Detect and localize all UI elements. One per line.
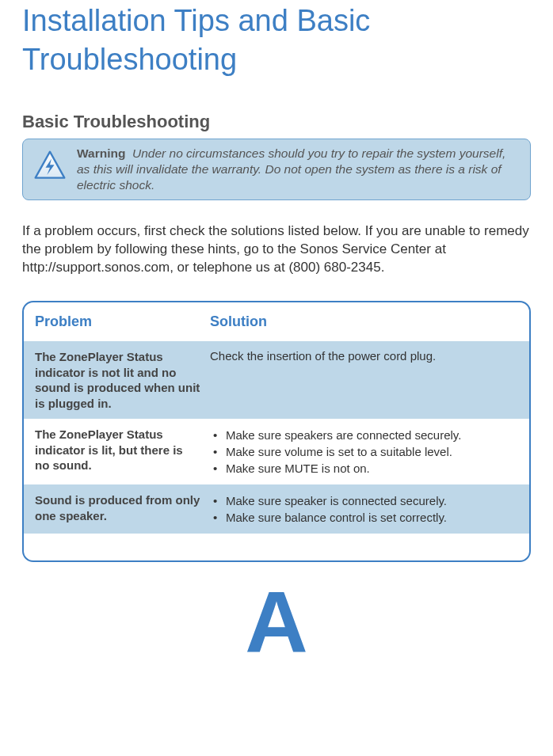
warning-body: Under no circumstances should you try to… [77, 146, 505, 192]
section-heading: Basic Troubleshooting [22, 112, 531, 132]
table-row: The ZonePlayer Status indicator is lit, … [24, 419, 529, 484]
warning-label: Warning [77, 146, 125, 160]
table-spacer-row [24, 534, 529, 560]
table-header-row: Problem Solution [24, 302, 529, 341]
header-solution: Solution [210, 302, 529, 341]
table-row: Sound is produced from only one speaker.… [24, 484, 529, 534]
appendix-letter: A [22, 578, 531, 665]
troubleshooting-table: Problem Solution The ZonePlayer Status i… [22, 301, 531, 562]
electric-shock-warning-icon [32, 149, 67, 184]
solution-cell: Make sure speakers are connected securel… [210, 419, 529, 484]
solution-cell: Check the insertion of the power cord pl… [210, 341, 529, 419]
problem-cell: The ZonePlayer Status indicator is lit, … [24, 419, 210, 484]
list-item: Make sure speaker is connected securely. [210, 492, 518, 509]
list-item: Make sure speakers are connected securel… [210, 427, 518, 443]
problem-cell: The ZonePlayer Status indicator is not l… [24, 341, 210, 419]
warning-box: Warning Under no circumstances should yo… [22, 139, 531, 200]
solution-cell: Make sure speaker is connected securely.… [210, 484, 529, 534]
table-row: The ZonePlayer Status indicator is not l… [24, 341, 529, 419]
list-item: Make sure MUTE is not on. [210, 460, 518, 477]
intro-paragraph: If a problem occurs, first check the sol… [22, 222, 531, 277]
header-problem: Problem [24, 302, 210, 341]
list-item: Make sure balance control is set correct… [210, 509, 518, 526]
problem-cell: Sound is produced from only one speaker. [24, 484, 210, 534]
warning-text-container: Warning Under no circumstances should yo… [77, 146, 521, 193]
list-item: Make sure volume is set to a suitable le… [210, 443, 518, 460]
page-title: Installation Tips and Basic Troubleshoot… [22, 2, 531, 80]
